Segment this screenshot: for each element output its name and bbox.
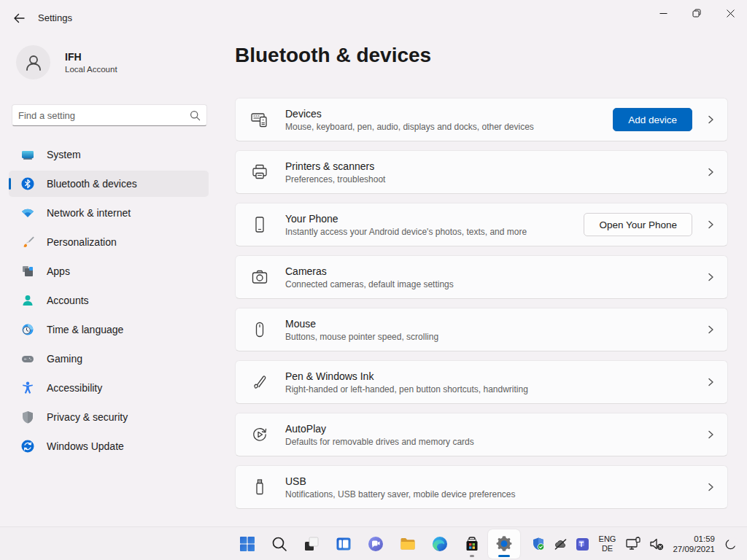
windows-security-tray-icon[interactable] — [527, 529, 549, 559]
row-cameras[interactable]: Cameras Connected cameras, default image… — [235, 255, 728, 299]
row-title: Printers & scanners — [285, 160, 692, 172]
sidebar-item-label: Windows Update — [47, 440, 124, 452]
task-view-button[interactable] — [295, 529, 328, 559]
file-explorer-icon — [399, 535, 417, 553]
task-view-icon — [303, 535, 320, 553]
microsoft-store-button[interactable] — [456, 529, 488, 559]
chevron-right-icon — [705, 167, 716, 177]
usb-icon — [250, 478, 269, 497]
speaker-mute-icon — [649, 536, 665, 552]
sidebar-item-label: Bluetooth & devices — [47, 178, 137, 190]
user-name: IFH — [65, 51, 117, 63]
sidebar-item-apps[interactable]: Apps — [9, 258, 209, 284]
settings-gear-icon — [495, 534, 514, 553]
row-devices[interactable]: Devices Mouse, keyboard, pen, audio, dis… — [235, 98, 728, 141]
camera-icon — [250, 268, 269, 287]
display-icon — [20, 147, 35, 162]
sidebar-item-accounts[interactable]: Accounts — [9, 287, 209, 314]
sidebar-item-label: Apps — [47, 265, 70, 277]
pen-icon — [250, 373, 269, 392]
mouse-icon — [250, 320, 269, 339]
row-title: USB — [285, 475, 692, 487]
page-title: Bluetooth & devices — [235, 44, 431, 67]
titlebar: Settings — [0, 0, 747, 35]
search-box[interactable] — [12, 104, 207, 126]
sidebar-item-label: Personalization — [47, 236, 117, 248]
language-secondary: DE — [599, 544, 616, 553]
taskbar-search-button[interactable] — [263, 529, 295, 559]
sidebar-item-system[interactable]: System — [9, 141, 209, 168]
teams-icon — [576, 537, 589, 551]
sidebar-item-windows-update[interactable]: Windows Update — [9, 433, 209, 459]
close-icon — [727, 9, 735, 18]
open-your-phone-button[interactable]: Open Your Phone — [584, 213, 692, 236]
cloud-slash-icon — [553, 537, 568, 552]
row-subtitle: Notifications, USB battery saver, mobile… — [285, 489, 692, 499]
network-tray-icon[interactable] — [622, 529, 645, 559]
sidebar-item-label: Time & language — [47, 324, 123, 335]
file-explorer-button[interactable] — [392, 529, 424, 559]
row-autoplay[interactable]: AutoPlay Defaults for removable drives a… — [235, 413, 728, 456]
row-subtitle: Defaults for removable drives and memory… — [285, 437, 692, 447]
row-printers-scanners[interactable]: Printers & scanners Preferences, trouble… — [235, 150, 728, 194]
onedrive-paused-tray-icon[interactable] — [549, 529, 572, 559]
back-button[interactable] — [10, 9, 28, 27]
chevron-right-icon — [705, 429, 716, 440]
tray-date: 27/09/2021 — [673, 544, 715, 554]
row-usb[interactable]: USB Notifications, USB battery saver, mo… — [235, 465, 728, 509]
sidebar-item-bluetooth-devices[interactable]: Bluetooth & devices — [9, 171, 209, 197]
sidebar-item-accessibility[interactable]: Accessibility — [9, 375, 209, 401]
sidebar-item-label: Gaming — [47, 353, 82, 365]
row-mouse[interactable]: Mouse Buttons, mouse pointer speed, scro… — [235, 308, 728, 351]
chevron-right-icon — [705, 219, 716, 230]
sidebar-item-gaming[interactable]: Gaming — [9, 346, 209, 372]
edge-icon — [431, 535, 449, 553]
sidebar: IFH Local Account System — [0, 35, 219, 526]
clock-globe-icon — [20, 322, 35, 337]
security-shield-icon — [531, 537, 546, 551]
row-pen-windows-ink[interactable]: Pen & Windows Ink Right-handed or left-h… — [235, 360, 728, 404]
update-sync-icon — [20, 439, 35, 454]
search-input[interactable] — [18, 110, 190, 121]
minimize-button[interactable] — [646, 0, 680, 26]
focus-assist-tray-icon[interactable] — [719, 529, 743, 559]
paintbrush-icon — [20, 235, 35, 249]
settings-button[interactable] — [488, 529, 520, 559]
app-title: Settings — [38, 12, 72, 23]
chat-button[interactable] — [360, 529, 392, 559]
sidebar-item-label: Privacy & security — [47, 411, 128, 423]
add-device-button[interactable]: Add device — [613, 108, 692, 131]
row-your-phone[interactable]: Your Phone Instantly access your Android… — [235, 203, 728, 246]
restore-icon — [692, 9, 701, 18]
restore-button[interactable] — [680, 0, 713, 26]
edge-button[interactable] — [424, 529, 456, 559]
sidebar-item-time-language[interactable]: Time & language — [9, 316, 209, 343]
chevron-right-icon — [705, 377, 716, 387]
row-title: Cameras — [285, 265, 692, 277]
user-account[interactable]: IFH Local Account — [16, 45, 117, 79]
wifi-icon — [20, 206, 35, 220]
start-button[interactable] — [231, 529, 263, 559]
language-indicator[interactable]: ENG DE — [593, 529, 622, 559]
person-icon — [20, 293, 35, 308]
close-button[interactable] — [713, 0, 747, 26]
widgets-button[interactable] — [328, 529, 360, 559]
chevron-right-icon — [705, 272, 716, 282]
clock-date[interactable]: 01:59 27/09/2021 — [668, 529, 719, 559]
sidebar-item-personalization[interactable]: Personalization — [9, 229, 209, 255]
row-title: Your Phone — [285, 213, 584, 225]
row-subtitle: Buttons, mouse pointer speed, scrolling — [285, 332, 692, 342]
sidebar-item-label: Accessibility — [47, 382, 102, 394]
minimize-icon — [659, 9, 667, 18]
teams-tray-icon[interactable] — [572, 529, 593, 559]
row-subtitle: Preferences, troubleshoot — [285, 174, 692, 184]
phone-icon — [250, 215, 269, 234]
row-subtitle: Mouse, keyboard, pen, audio, displays an… — [285, 122, 613, 132]
sidebar-item-privacy-security[interactable]: Privacy & security — [9, 404, 209, 430]
window-controls — [646, 0, 747, 29]
sidebar-item-network-internet[interactable]: Network & internet — [9, 200, 209, 226]
sidebar-nav: System Bluetooth & devices Network & int… — [9, 141, 209, 462]
settings-active-indicator — [498, 555, 510, 557]
volume-muted-tray-icon[interactable] — [645, 529, 668, 559]
accessibility-person-icon — [20, 381, 35, 395]
